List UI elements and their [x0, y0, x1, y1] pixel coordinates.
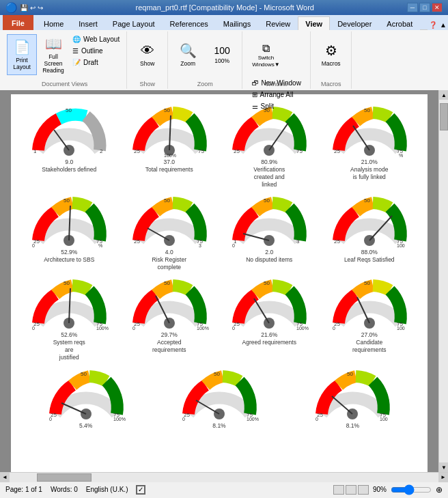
language-status: English (U.K.): [86, 486, 128, 493]
svg-text:0: 0: [232, 326, 235, 331]
h-scroll-track[interactable]: [10, 473, 438, 482]
gauge-row-2: 25 50 75 % 0 52.9%Architecture to SBS: [18, 191, 421, 274]
gauge-5-label: 52.9%Architecture to SBS: [44, 249, 94, 264]
gauge-row-1: 1 50 2 9.0Stakeholders defined: [18, 101, 421, 191]
draft-icon: 📝: [72, 59, 81, 66]
scroll-thumb[interactable]: [440, 103, 448, 130]
gauge-2-svg: 25 50 75 100%: [128, 104, 210, 158]
ribbon-tabs: File Home Insert Page Layout References …: [0, 15, 448, 30]
gauge-15: 25 50 75 100 0 8.1%: [288, 368, 418, 430]
scroll-right-arrow[interactable]: ►: [438, 473, 448, 482]
split-button[interactable]: ⚌ Split: [249, 101, 277, 111]
show-button[interactable]: 👁 Show: [132, 34, 163, 75]
svg-text:50: 50: [364, 107, 370, 113]
macros-label: Macros: [322, 60, 341, 67]
gauge-15-svg: 25 50 75 100 0: [311, 368, 393, 422]
gauge-9: 25 50 75 100% 0 52.6%System reqsarejusti…: [20, 277, 118, 361]
scroll-track[interactable]: [439, 100, 448, 462]
gauge-8-svg: 25 50 75 100: [328, 194, 410, 249]
draft-label: Draft: [83, 59, 98, 66]
gauge-15-label: 8.1%: [346, 422, 359, 430]
draft-button[interactable]: 📝 Draft: [70, 57, 122, 68]
print-view-button[interactable]: [333, 485, 344, 495]
window-group-label: Window: [266, 81, 288, 87]
outline-button[interactable]: ☰ Outline: [70, 46, 122, 56]
svg-text:50: 50: [364, 197, 370, 204]
svg-text:25: 25: [134, 238, 140, 245]
tab-references[interactable]: References: [163, 16, 216, 30]
switch-windows-icon: ⧉: [262, 42, 270, 55]
svg-text:75: 75: [296, 148, 303, 154]
word-icon: 🔵: [5, 2, 17, 13]
gauge-13-svg: 25 50 75 100% 0: [45, 368, 127, 422]
h-scroll-thumb[interactable]: [37, 473, 92, 482]
title-bar: 🔵 💾 ↩ ↪ reqman_prt0.rtf [Compatibility M…: [0, 0, 448, 15]
scroll-up-arrow[interactable]: ▲: [439, 90, 448, 100]
full-screen-button[interactable]: 📖 Full ScreenReading: [38, 34, 68, 75]
scroll-left-arrow[interactable]: ◄: [0, 473, 10, 482]
proofing-icon[interactable]: ✓: [136, 485, 145, 495]
macros-button[interactable]: ⚙ Macros: [316, 34, 347, 75]
macros-group-label: Macros: [321, 81, 341, 87]
zoom-100-label: 100%: [214, 57, 229, 64]
tab-page-layout[interactable]: Page Layout: [105, 16, 163, 30]
title-bar-controls: ─ □ ✕: [407, 3, 443, 12]
svg-text:100%: 100%: [113, 417, 126, 421]
help-button[interactable]: ❓: [428, 20, 438, 30]
gauge-10-svg: 25 50 75 100% 0: [128, 277, 210, 331]
svg-text:0: 0: [32, 243, 35, 248]
svg-text:50: 50: [264, 280, 270, 286]
arrange-all-icon: ⊞: [252, 91, 257, 98]
arrange-all-button[interactable]: ⊞ Arrange All: [249, 89, 296, 100]
ribbon-toggle[interactable]: ▲: [438, 20, 448, 30]
tab-file[interactable]: File: [3, 15, 33, 30]
gauge-6-label: 4.0Risk Registercomplete: [152, 249, 186, 271]
show-label: Show: [140, 60, 154, 67]
svg-text:100%: 100%: [96, 326, 109, 331]
switch-windows-button[interactable]: ⧉ SwitchWindows▼: [249, 34, 283, 75]
page-status: Page: 1 of 1: [5, 486, 42, 493]
macros-icon: ⚙: [325, 42, 337, 59]
svg-text:100: 100: [397, 243, 405, 248]
scroll-down-arrow[interactable]: ▼: [439, 462, 448, 472]
status-right: 90% ⊕: [333, 485, 443, 495]
vertical-scrollbar[interactable]: ▲ ▼: [438, 90, 448, 472]
zoom-button[interactable]: 🔍 Zoom: [172, 34, 204, 75]
web-view-button[interactable]: [358, 485, 369, 495]
tab-acrobat[interactable]: Acrobat: [379, 16, 420, 30]
gauge-11: 25 50 75 100% 0 21.6%Agreed requirements: [221, 277, 318, 361]
svg-text:50: 50: [264, 197, 270, 204]
full-screen-label: Full ScreenReading: [40, 53, 66, 74]
svg-text:50: 50: [81, 371, 87, 377]
gauge-10-label: 29.7%Acceptedrequirements: [152, 331, 186, 354]
gauge-9-label: 52.6%System reqsarejustified: [53, 331, 85, 361]
tab-review[interactable]: Review: [258, 16, 298, 30]
full-read-view-button[interactable]: [346, 485, 356, 495]
tab-home[interactable]: Home: [36, 16, 71, 30]
tab-insert[interactable]: Insert: [71, 16, 105, 30]
zoom-in-button[interactable]: ⊕: [436, 485, 443, 495]
minimize-button[interactable]: ─: [407, 3, 418, 12]
document-scroll[interactable]: 1 50 2 9.0Stakeholders defined: [0, 90, 438, 472]
restore-button[interactable]: □: [419, 3, 430, 12]
gauge-8-label: 88.0%Leaf Reqs Satisfied: [344, 249, 395, 264]
outline-label: Outline: [81, 47, 103, 55]
zoom-slider[interactable]: [391, 486, 432, 494]
gauge-12-svg: 25 50 75 100 0: [328, 277, 410, 331]
web-layout-button[interactable]: 🌐 Web Layout: [70, 34, 122, 44]
tab-developer[interactable]: Developer: [330, 16, 379, 30]
tab-view[interactable]: View: [298, 16, 330, 30]
zoom-percent: 90%: [373, 486, 387, 493]
svg-text:0: 0: [333, 326, 335, 331]
print-layout-button[interactable]: 📄 PrintLayout: [7, 34, 37, 75]
gauge-11-svg: 25 50 75 100% 0: [228, 277, 310, 331]
svg-text:50: 50: [66, 107, 72, 113]
close-button[interactable]: ✕: [432, 3, 443, 12]
web-layout-icon: 🌐: [72, 36, 81, 43]
split-label: Split: [261, 102, 274, 110]
gauge-1-svg: 1 50 2: [28, 104, 110, 158]
tab-mailings[interactable]: Mailings: [216, 16, 258, 30]
zoom-100-button[interactable]: 100 100%: [206, 34, 238, 75]
gauge-7-label: 2.0No disputed items: [246, 249, 292, 264]
gauge-8: 25 50 75 100 88.0%Leaf Reqs Satisfied: [321, 194, 419, 271]
